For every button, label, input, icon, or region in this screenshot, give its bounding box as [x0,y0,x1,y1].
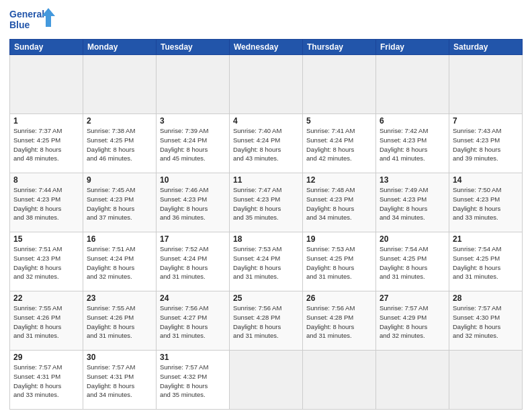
day-info: Sunrise: 7:42 AM Sunset: 4:23 PM Dayligh… [380,126,445,163]
day-number: 5 [306,116,372,126]
calendar-week-3: 15Sunrise: 7:51 AM Sunset: 4:23 PM Dayli… [10,232,523,291]
calendar-cell: 12Sunrise: 7:48 AM Sunset: 4:23 PM Dayli… [303,173,376,232]
page: General Blue SundayMondayTuesdayWednesda… [0,0,532,411]
calendar-cell: 8Sunrise: 7:44 AM Sunset: 4:23 PM Daylig… [10,173,83,232]
day-number: 29 [13,353,79,362]
day-number: 27 [380,293,445,303]
calendar-week-1: 1Sunrise: 7:37 AM Sunset: 4:25 PM Daylig… [10,114,523,173]
day-info: Sunrise: 7:43 AM Sunset: 4:23 PM Dayligh… [453,126,519,163]
day-info: Sunrise: 7:52 AM Sunset: 4:24 PM Dayligh… [160,244,226,281]
day-number: 11 [233,175,299,185]
calendar-cell: 15Sunrise: 7:51 AM Sunset: 4:23 PM Dayli… [10,232,83,291]
day-info: Sunrise: 7:37 AM Sunset: 4:25 PM Dayligh… [13,126,79,163]
day-info: Sunrise: 7:51 AM Sunset: 4:23 PM Dayligh… [13,244,79,281]
day-number: 12 [306,175,372,185]
calendar-cell: 29Sunrise: 7:57 AM Sunset: 4:31 PM Dayli… [10,351,83,410]
calendar-cell [83,55,157,114]
calendar-cell: 20Sunrise: 7:54 AM Sunset: 4:25 PM Dayli… [376,232,449,291]
calendar-cell [303,55,376,114]
day-info: Sunrise: 7:54 AM Sunset: 4:25 PM Dayligh… [380,244,445,281]
day-number: 3 [160,116,226,126]
day-number: 7 [453,116,519,126]
calendar-cell: 17Sunrise: 7:52 AM Sunset: 4:24 PM Dayli… [157,232,230,291]
calendar-header-friday: Friday [376,40,449,55]
day-number: 9 [87,175,152,185]
calendar-cell [10,55,83,114]
day-info: Sunrise: 7:40 AM Sunset: 4:24 PM Dayligh… [233,126,299,163]
day-number: 31 [160,353,226,362]
day-number: 28 [453,293,519,303]
calendar-cell: 24Sunrise: 7:56 AM Sunset: 4:27 PM Dayli… [157,291,230,351]
calendar-cell: 18Sunrise: 7:53 AM Sunset: 4:24 PM Dayli… [230,232,303,291]
calendar-cell: 9Sunrise: 7:45 AM Sunset: 4:23 PM Daylig… [83,173,157,232]
day-number: 6 [380,116,445,126]
day-number: 24 [160,293,226,303]
calendar-cell [376,351,449,410]
day-info: Sunrise: 7:57 AM Sunset: 4:30 PM Dayligh… [453,304,519,340]
calendar-cell [230,55,303,114]
day-number: 13 [380,175,445,185]
day-number: 26 [306,293,372,303]
calendar-cell: 25Sunrise: 7:56 AM Sunset: 4:28 PM Dayli… [230,291,303,351]
calendar-cell: 1Sunrise: 7:37 AM Sunset: 4:25 PM Daylig… [10,114,83,173]
day-number: 16 [87,234,152,244]
calendar-cell: 2Sunrise: 7:38 AM Sunset: 4:25 PM Daylig… [83,114,157,173]
day-info: Sunrise: 7:46 AM Sunset: 4:23 PM Dayligh… [160,185,226,222]
day-number: 18 [233,234,299,244]
day-info: Sunrise: 7:51 AM Sunset: 4:24 PM Dayligh… [87,244,152,281]
svg-text:General: General [9,9,44,19]
day-info: Sunrise: 7:56 AM Sunset: 4:27 PM Dayligh… [160,304,226,340]
calendar-cell: 3Sunrise: 7:39 AM Sunset: 4:24 PM Daylig… [157,114,230,173]
day-info: Sunrise: 7:55 AM Sunset: 4:26 PM Dayligh… [13,304,79,340]
calendar-week-2: 8Sunrise: 7:44 AM Sunset: 4:23 PM Daylig… [10,173,523,232]
day-info: Sunrise: 7:53 AM Sunset: 4:24 PM Dayligh… [233,244,299,281]
day-info: Sunrise: 7:57 AM Sunset: 4:32 PM Dayligh… [160,363,226,400]
day-number: 8 [13,175,79,185]
calendar-cell [303,351,376,410]
day-info: Sunrise: 7:57 AM Sunset: 4:31 PM Dayligh… [87,363,152,400]
calendar-header-thursday: Thursday [303,40,376,55]
day-number: 19 [306,234,372,244]
day-number: 4 [233,116,299,126]
day-number: 2 [87,116,152,126]
calendar-header-tuesday: Tuesday [157,40,230,55]
calendar-cell: 16Sunrise: 7:51 AM Sunset: 4:24 PM Dayli… [83,232,157,291]
calendar-week-5: 29Sunrise: 7:57 AM Sunset: 4:31 PM Dayli… [10,351,523,410]
calendar-table: SundayMondayTuesdayWednesdayThursdayFrid… [9,39,523,410]
day-info: Sunrise: 7:55 AM Sunset: 4:26 PM Dayligh… [87,304,152,340]
day-info: Sunrise: 7:57 AM Sunset: 4:29 PM Dayligh… [380,304,445,340]
calendar-cell: 22Sunrise: 7:55 AM Sunset: 4:26 PM Dayli… [10,291,83,351]
day-info: Sunrise: 7:54 AM Sunset: 4:25 PM Dayligh… [453,244,519,281]
calendar-cell: 30Sunrise: 7:57 AM Sunset: 4:31 PM Dayli… [83,351,157,410]
day-info: Sunrise: 7:38 AM Sunset: 4:25 PM Dayligh… [87,126,152,163]
day-info: Sunrise: 7:56 AM Sunset: 4:28 PM Dayligh… [306,304,372,340]
day-info: Sunrise: 7:45 AM Sunset: 4:23 PM Dayligh… [87,185,152,222]
day-number: 25 [233,293,299,303]
calendar-cell: 11Sunrise: 7:47 AM Sunset: 4:23 PM Dayli… [230,173,303,232]
calendar-header-sunday: Sunday [10,40,83,55]
calendar-cell: 7Sunrise: 7:43 AM Sunset: 4:23 PM Daylig… [449,114,523,173]
header: General Blue [9,7,523,34]
calendar-cell: 6Sunrise: 7:42 AM Sunset: 4:23 PM Daylig… [376,114,449,173]
svg-text:Blue: Blue [9,19,30,30]
day-info: Sunrise: 7:50 AM Sunset: 4:23 PM Dayligh… [453,185,519,222]
day-number: 10 [160,175,226,185]
day-number: 21 [453,234,519,244]
logo: General Blue [9,7,56,34]
day-number: 23 [87,293,152,303]
calendar-cell: 4Sunrise: 7:40 AM Sunset: 4:24 PM Daylig… [230,114,303,173]
calendar-cell: 27Sunrise: 7:57 AM Sunset: 4:29 PM Dayli… [376,291,449,351]
calendar-header-wednesday: Wednesday [230,40,303,55]
day-info: Sunrise: 7:48 AM Sunset: 4:23 PM Dayligh… [306,185,372,222]
day-number: 14 [453,175,519,185]
day-number: 20 [380,234,445,244]
calendar-cell: 10Sunrise: 7:46 AM Sunset: 4:23 PM Dayli… [157,173,230,232]
calendar-header-row: SundayMondayTuesdayWednesdayThursdayFrid… [10,40,523,55]
day-info: Sunrise: 7:39 AM Sunset: 4:24 PM Dayligh… [160,126,226,163]
calendar-cell: 13Sunrise: 7:49 AM Sunset: 4:23 PM Dayli… [376,173,449,232]
calendar-cell: 26Sunrise: 7:56 AM Sunset: 4:28 PM Dayli… [303,291,376,351]
day-number: 15 [13,234,79,244]
calendar-cell [376,55,449,114]
day-info: Sunrise: 7:47 AM Sunset: 4:23 PM Dayligh… [233,185,299,222]
calendar-cell: 5Sunrise: 7:41 AM Sunset: 4:24 PM Daylig… [303,114,376,173]
